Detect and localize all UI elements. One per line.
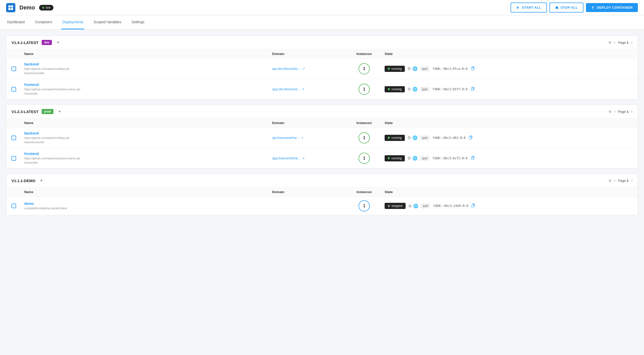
- state-dot: [388, 137, 390, 139]
- instance-count-circle: 1: [359, 63, 370, 74]
- deployment-repo: https://github.com/aubuchcl/deps.git :/b…: [24, 67, 272, 75]
- row-checkbox-cell: [12, 204, 24, 208]
- stop-all-button[interactable]: STOP ALL: [549, 3, 583, 13]
- gear-action-icon[interactable]: ⚙︎: [407, 135, 411, 140]
- domain-link[interactable]: app.thescentofrai...: [272, 156, 301, 160]
- app-logo: [6, 3, 15, 12]
- start-all-button[interactable]: START ALL: [511, 3, 547, 13]
- row-checkbox[interactable]: [12, 204, 16, 208]
- row-checkbox-cell: [12, 66, 24, 71]
- domain-cell: api.thescentofrai... ↗: [272, 136, 344, 140]
- action-icons: ⚙︎ 🌐: [407, 66, 418, 71]
- col-name: Name: [24, 190, 272, 194]
- deployment-prev-btn-v141[interactable]: ‹: [614, 40, 615, 45]
- external-link-icon[interactable]: ↗: [302, 87, 304, 91]
- nav-item-settings[interactable]: Settings: [131, 15, 146, 29]
- deployment-add-btn-v141[interactable]: +: [55, 39, 61, 46]
- row-checkbox[interactable]: [12, 156, 16, 161]
- state-label: running: [392, 136, 402, 140]
- copy-ip-icon[interactable]: 🗍: [471, 156, 475, 161]
- state-label: stopped: [392, 204, 402, 208]
- state-cell: stopped ⚙︎ 🌐 ipv6 fd00::9bc3:24d9:0:0 🗍: [385, 203, 632, 209]
- row-checkbox-cell: [12, 87, 24, 92]
- deployment-section-v111: V1.1.1-DEMO + ⚙ ‹ Page 1 › Name Domain I…: [6, 174, 638, 215]
- instances-cell: 1: [344, 63, 385, 74]
- gear-action-icon[interactable]: ⚙︎: [407, 87, 411, 92]
- deployment-name-link[interactable]: frontend: [24, 152, 272, 156]
- nav-item-scoped-variables[interactable]: Scoped Variables: [93, 15, 122, 29]
- external-link-icon[interactable]: ↗: [301, 136, 303, 140]
- deployment-page-info-v123: Page 1: [618, 110, 628, 114]
- gear-action-icon[interactable]: ⚙︎: [408, 204, 412, 208]
- gear-action-icon[interactable]: ⚙︎: [407, 156, 411, 161]
- nav-item-containers[interactable]: Containers: [34, 15, 53, 29]
- deployment-name-link[interactable]: backend: [24, 131, 272, 135]
- deployment-add-btn-v123[interactable]: +: [56, 108, 63, 115]
- col-instances: Instances: [344, 52, 385, 56]
- deployment-next-btn-v111[interactable]: ›: [631, 178, 632, 183]
- instances-cell: 1: [344, 153, 385, 164]
- action-icons: ⚙︎ 🌐: [407, 156, 418, 161]
- app-title: Demo: [19, 4, 35, 11]
- deployment-gear-icon-v141[interactable]: ⚙: [608, 41, 612, 45]
- copy-ip-icon[interactable]: 🗍: [471, 204, 475, 208]
- globe-action-icon[interactable]: 🌐: [413, 204, 418, 208]
- domain-link[interactable]: app.dev.thescent...: [272, 87, 300, 91]
- state-badge: stopped: [385, 203, 406, 209]
- copy-ip-icon[interactable]: 🗍: [471, 66, 475, 71]
- deploy-container-button[interactable]: DEPLOY CONTAINER: [586, 3, 638, 12]
- domain-link[interactable]: api.thescentofrai...: [272, 136, 299, 140]
- external-link-icon[interactable]: ↗: [302, 157, 305, 160]
- deployment-prev-btn-v111[interactable]: ‹: [614, 178, 615, 183]
- state-dot: [388, 205, 390, 207]
- row-checkbox[interactable]: [12, 66, 16, 71]
- table-row: demo cycleplatform/getting-started:lates…: [6, 197, 638, 215]
- ip-cell: ipv6 fd00::9bc3:9fca:0:0 🗍: [420, 66, 475, 71]
- name-cell: demo cycleplatform/getting-started:lates…: [24, 202, 272, 210]
- deployment-next-btn-v123[interactable]: ›: [631, 109, 632, 114]
- gear-action-icon[interactable]: ⚙︎: [407, 66, 411, 71]
- col-state: State: [385, 190, 632, 194]
- deployment-page-info-v141: Page 1: [618, 41, 628, 45]
- table-header-row: Name Domain Instances State: [6, 49, 638, 59]
- nav-item-deployments[interactable]: Deployments: [61, 15, 84, 29]
- header-left: Demo live: [6, 3, 53, 12]
- state-badge: running: [385, 135, 405, 141]
- name-cell: frontend https://github.com/aubuchcl/act…: [24, 152, 272, 165]
- deployment-add-btn-v111[interactable]: +: [38, 178, 44, 184]
- row-checkbox[interactable]: [12, 87, 16, 92]
- deployment-gear-icon-v123[interactable]: ⚙: [608, 110, 612, 114]
- domain-cell: app.thescentofrai... ↗: [272, 156, 344, 160]
- copy-ip-icon[interactable]: 🗍: [469, 136, 473, 140]
- state-cell: running ⚙︎ 🌐 ipv6 fd00::9bc3:6cf2:0:0 🗍: [385, 155, 632, 161]
- deployment-gear-icon-v111[interactable]: ⚙: [608, 179, 612, 183]
- ip-cell: ipv6 fd00::9bc3:6cf2:0:0 🗍: [420, 156, 475, 161]
- ip-cell: ipv6 fd00::9bc3:b5ff:0:0 🗍: [420, 87, 475, 92]
- state-badge: running: [385, 86, 405, 92]
- external-link-icon[interactable]: ↗: [302, 67, 305, 71]
- deployment-name-link[interactable]: frontend: [24, 83, 272, 87]
- deployment-name-link[interactable]: demo: [24, 202, 272, 206]
- col-domain: Domain: [272, 52, 344, 56]
- state-cell: running ⚙︎ 🌐 ipv6 fd00::9bc3:9fca:0:0 🗍: [385, 66, 632, 72]
- col-instances: Instances: [344, 121, 385, 125]
- col-state: State: [385, 52, 632, 56]
- globe-action-icon[interactable]: 🌐: [412, 156, 418, 161]
- globe-action-icon[interactable]: 🌐: [412, 87, 418, 92]
- deployment-name-link[interactable]: backend: [24, 62, 272, 66]
- globe-action-icon[interactable]: 🌐: [412, 66, 418, 71]
- deployment-prev-btn-v123[interactable]: ‹: [614, 109, 615, 114]
- copy-ip-icon[interactable]: 🗍: [471, 87, 475, 92]
- instances-cell: 1: [344, 84, 385, 95]
- deployment-version-v141: V1.4.1-LATEST: [12, 40, 39, 45]
- main-nav: Dashboard Containers Deployments Scoped …: [0, 15, 644, 29]
- deployment-header-left-v123: V1.2.3-LATEST prod +: [12, 108, 63, 115]
- row-checkbox[interactable]: [12, 136, 16, 140]
- state-label: running: [392, 87, 402, 91]
- domain-link[interactable]: api.dev.thescento...: [272, 67, 301, 71]
- action-icons: ⚙︎ 🌐: [407, 87, 418, 92]
- nav-item-dashboard[interactable]: Dashboard: [6, 15, 26, 29]
- deployment-next-btn-v141[interactable]: ›: [631, 40, 632, 45]
- svg-rect-3: [11, 8, 13, 10]
- globe-action-icon[interactable]: 🌐: [412, 135, 418, 140]
